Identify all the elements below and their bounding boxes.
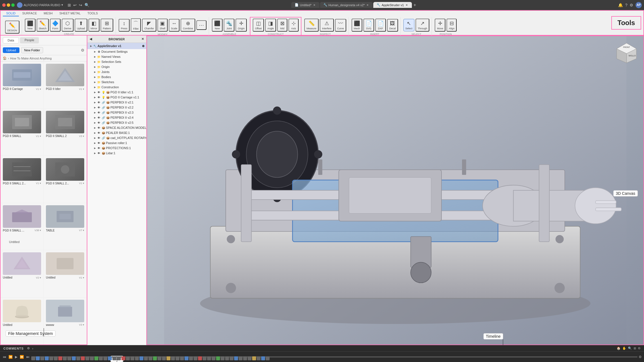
collapse-icon[interactable]: ◀ — [90, 37, 92, 41]
timeline-step[interactable] — [207, 356, 211, 360]
tab-tools[interactable]: TOOLS — [84, 11, 101, 16]
timeline-step[interactable] — [49, 356, 53, 360]
comments-expand-icon[interactable]: › — [32, 347, 33, 350]
tree-hotplate[interactable]: ▶ 👁 🔗 📦 cad_HOTPLATE ROTARY v4... — [87, 135, 146, 140]
tree-space-model[interactable]: ▶ 👁 📦 SPACE ALOCATION MODEL:1 — [87, 125, 146, 130]
tree-perpboi-1[interactable]: ▶ 👁 🔗 📦 PERPBOI II v2:1 — [87, 100, 146, 105]
tree-sketches[interactable]: ▶ 📁 Sketches — [87, 80, 146, 85]
timeline-next-button[interactable]: ⏩ — [19, 354, 25, 359]
timeline-zoom-icon[interactable]: 🔍 — [628, 346, 632, 350]
timeline-step[interactable] — [90, 356, 94, 360]
tree-origin[interactable]: ▶ 📁 Origin — [87, 64, 146, 69]
timeline-step[interactable] — [257, 356, 261, 360]
tree-joints[interactable]: ▶ 📁 Joints — [87, 69, 146, 74]
plane-angle-button[interactable]: ◨Angle — [265, 19, 276, 32]
press-pull-button[interactable]: ↕Press — [119, 19, 130, 32]
comments-settings-icon[interactable]: ⚙ — [27, 346, 30, 350]
timeline-prev-button[interactable]: ⏪ — [8, 354, 13, 359]
file-item[interactable]: TABLE V7 ▾ — [44, 203, 87, 250]
timeline-step[interactable] — [225, 356, 229, 360]
more-modify-button[interactable]: ⋯ — [196, 20, 206, 30]
pattern-button[interactable]: ⊞Pattern — [101, 19, 113, 32]
insert-svg-button[interactable]: 📄SVG — [363, 19, 374, 32]
help-icon[interactable]: ? — [625, 3, 627, 7]
timeline-step[interactable] — [144, 356, 148, 360]
design-button[interactable]: ✏️ DESIGN — [5, 21, 19, 34]
interference-button[interactable]: ⚠Interfere — [320, 19, 334, 32]
timeline-step[interactable] — [234, 356, 238, 360]
tree-construction[interactable]: ▶ 📁 Construction — [87, 85, 146, 90]
view-cube[interactable]: FRONT WOLLO — [615, 42, 638, 64]
timeline-step[interactable] — [230, 356, 234, 360]
timeline-step[interactable] — [54, 356, 58, 360]
new-folder-button[interactable]: New Folder — [21, 47, 43, 53]
maximize-button[interactable] — [11, 3, 15, 7]
timeline-step[interactable] — [126, 356, 130, 360]
timeline-gear-icon[interactable]: ⚙ — [639, 355, 642, 359]
timeline-step[interactable] — [185, 356, 188, 360]
timeline-step[interactable] — [171, 356, 175, 360]
timeline-step[interactable] — [261, 356, 265, 360]
timeline-step[interactable] — [239, 356, 243, 360]
axis-button[interactable]: ⊹Axis — [288, 19, 299, 32]
timeline-step[interactable] — [166, 356, 170, 360]
combine-button[interactable]: ⊕Combine — [181, 19, 195, 32]
joint-origin-button[interactable]: ✛Origin — [236, 19, 247, 32]
timeline-step[interactable] — [252, 356, 256, 360]
tree-bodies[interactable]: ▶ 📁 Bodies — [87, 74, 146, 80]
timeline-step[interactable] — [243, 356, 247, 360]
notifications-icon[interactable]: 🔔 — [618, 3, 623, 7]
chamfer-button[interactable]: ◤Chamfer — [142, 19, 156, 32]
timeline-step[interactable] — [72, 356, 76, 360]
timeline-step[interactable] — [76, 356, 80, 360]
breadcrumb-folder[interactable]: How To Make Almost Anything — [10, 57, 52, 60]
timeline-step[interactable] — [58, 356, 62, 360]
tree-pealer-base[interactable]: ▶ 👁 📦 PEALER BASE:1 — [87, 130, 146, 135]
tree-selection-sets[interactable]: ▶ 📁 Selection Sets — [87, 59, 146, 64]
offset-plane-button[interactable]: ◫Offset — [253, 19, 264, 32]
search-icon[interactable]: 🔍 — [85, 3, 89, 7]
tree-perpboi-5[interactable]: ▶ 👁 🔗 📦 PERPBOI II v2:5 — [87, 120, 146, 125]
tree-lidar[interactable]: ▶ 👁 📦 Lidar:1 — [87, 151, 146, 156]
timeline-step[interactable] — [198, 356, 202, 360]
timeline-step[interactable] — [212, 356, 216, 360]
scale-button[interactable]: ↔Scale — [169, 19, 180, 32]
timeline-step[interactable] — [180, 356, 184, 360]
timeline-step[interactable] — [121, 356, 125, 360]
select-through-button[interactable]: ↗Through — [416, 19, 430, 32]
tree-passive-roller[interactable]: ▶ 👁 📦 Passive roller:1 — [87, 140, 146, 145]
align-button[interactable]: ⊟Align — [447, 19, 457, 32]
move-button[interactable]: ✛Move — [435, 19, 445, 32]
timeline-step[interactable] — [189, 356, 193, 360]
tree-root[interactable]: ▶ 🔧 AppleStruder v1 ⚙ — [87, 43, 146, 49]
minimize-button[interactable] — [7, 3, 10, 7]
assemble-new-button[interactable]: ⬛New — [212, 19, 223, 32]
timeline-step[interactable] — [117, 356, 121, 360]
timeline-step[interactable] — [81, 356, 85, 360]
tree-named-views[interactable]: ▶ 📁 Named Views — [87, 54, 146, 59]
tree-perpboi-4[interactable]: ▶ 👁 🔗 📦 PERPBOI II v2:4 — [87, 115, 146, 120]
browser-close-icon[interactable]: ✕ — [141, 37, 144, 41]
tree-protections[interactable]: ▶ 👁 📦 PROTECTIONS:1 — [87, 145, 146, 151]
tab-surface[interactable]: SURFACE — [19, 11, 40, 16]
tree-pgd-carriage[interactable]: ▶ 👁 💡 📦 PGD II Carriage v1:1 — [87, 95, 146, 100]
timeline-settings2-icon[interactable]: ⚙ — [638, 346, 641, 350]
file-item[interactable]: PGD II SMALL V1 ▾ — [1, 109, 44, 156]
file-item[interactable]: PGD II SMALL 2... V1 ▾ — [1, 156, 44, 203]
timeline-step[interactable] — [139, 356, 143, 360]
timeline-step[interactable] — [36, 356, 40, 360]
file-item[interactable]: wwww V3 ▾ — [44, 297, 87, 345]
home-icon[interactable]: 🏠 — [3, 56, 7, 60]
timeline-step[interactable] — [40, 356, 44, 360]
timeline-hand-icon[interactable]: ✋ — [622, 346, 626, 350]
tab-solid[interactable]: SOLID — [3, 11, 19, 16]
timeline-step[interactable] — [108, 356, 112, 360]
timeline-step[interactable] — [67, 356, 71, 360]
tab-applestruder[interactable]: 🔧 AppleStruder v1 ✕ — [373, 2, 412, 8]
timeline-step[interactable] — [94, 356, 98, 360]
new-component-button[interactable]: ⬛New — [25, 19, 35, 32]
measure-button[interactable]: 📏Measure — [304, 19, 319, 32]
insert-dxf-button[interactable]: 📄DXF — [375, 19, 386, 32]
grid-icon[interactable]: ⊞ — [68, 3, 71, 7]
settings-gear-icon[interactable]: ⚙ — [81, 48, 85, 52]
